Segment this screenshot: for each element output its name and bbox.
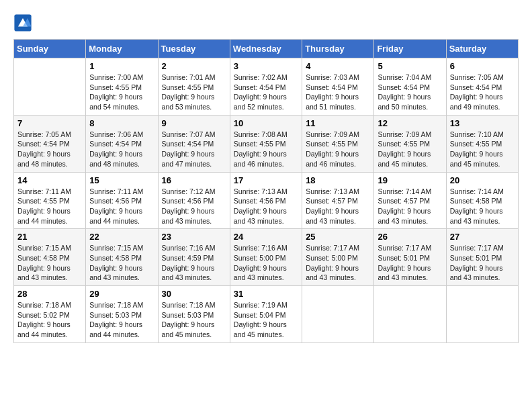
- day-info: Sunrise: 7:16 AM Sunset: 5:00 PM Dayligh…: [234, 243, 298, 283]
- day-info: Sunrise: 7:17 AM Sunset: 5:01 PM Dayligh…: [378, 243, 442, 283]
- calendar-cell: 12Sunrise: 7:09 AM Sunset: 4:55 PM Dayli…: [374, 115, 446, 172]
- days-header-row: SundayMondayTuesdayWednesdayThursdayFrid…: [14, 40, 519, 58]
- day-number: 13: [450, 118, 515, 128]
- day-info: Sunrise: 7:01 AM Sunset: 4:55 PM Dayligh…: [162, 73, 226, 112]
- day-info: Sunrise: 7:18 AM Sunset: 5:03 PM Dayligh…: [89, 300, 154, 340]
- calendar-cell: 23Sunrise: 7:16 AM Sunset: 4:59 PM Dayli…: [158, 229, 230, 286]
- day-info: Sunrise: 7:14 AM Sunset: 4:57 PM Dayligh…: [378, 187, 442, 226]
- calendar-cell: 10Sunrise: 7:08 AM Sunset: 4:55 PM Dayli…: [230, 115, 302, 172]
- calendar-cell: 8Sunrise: 7:06 AM Sunset: 4:54 PM Daylig…: [86, 115, 158, 172]
- day-number: 11: [306, 118, 370, 128]
- calendar-cell: 15Sunrise: 7:11 AM Sunset: 4:56 PM Dayli…: [86, 172, 158, 229]
- calendar-cell: 26Sunrise: 7:17 AM Sunset: 5:01 PM Dayli…: [374, 229, 446, 286]
- day-header-monday: Monday: [86, 40, 158, 58]
- page-header: [13, 13, 519, 32]
- day-info: Sunrise: 7:15 AM Sunset: 4:58 PM Dayligh…: [89, 243, 154, 283]
- logo-icon: [13, 13, 32, 32]
- day-info: Sunrise: 7:11 AM Sunset: 4:56 PM Dayligh…: [89, 187, 154, 226]
- day-number: 20: [450, 175, 515, 185]
- day-header-saturday: Saturday: [446, 40, 518, 58]
- day-number: 10: [234, 118, 298, 128]
- calendar-cell: 22Sunrise: 7:15 AM Sunset: 4:58 PM Dayli…: [86, 229, 158, 286]
- day-info: Sunrise: 7:17 AM Sunset: 5:01 PM Dayligh…: [450, 243, 515, 283]
- day-number: 22: [89, 232, 154, 242]
- day-number: 25: [306, 232, 370, 242]
- week-row-5: 28Sunrise: 7:18 AM Sunset: 5:02 PM Dayli…: [14, 286, 519, 343]
- calendar-cell: 19Sunrise: 7:14 AM Sunset: 4:57 PM Dayli…: [374, 172, 446, 229]
- day-info: Sunrise: 7:13 AM Sunset: 4:57 PM Dayligh…: [306, 187, 370, 226]
- calendar-cell: [302, 286, 374, 343]
- day-number: 26: [378, 232, 442, 242]
- day-info: Sunrise: 7:17 AM Sunset: 5:00 PM Dayligh…: [306, 243, 370, 283]
- day-number: 2: [162, 61, 226, 71]
- day-info: Sunrise: 7:13 AM Sunset: 4:56 PM Dayligh…: [234, 187, 298, 226]
- day-header-friday: Friday: [374, 40, 446, 58]
- day-info: Sunrise: 7:02 AM Sunset: 4:54 PM Dayligh…: [234, 73, 298, 112]
- calendar-cell: 29Sunrise: 7:18 AM Sunset: 5:03 PM Dayli…: [86, 286, 158, 343]
- day-info: Sunrise: 7:09 AM Sunset: 4:55 PM Dayligh…: [378, 130, 442, 169]
- day-header-sunday: Sunday: [14, 40, 86, 58]
- day-number: 17: [234, 175, 298, 185]
- day-info: Sunrise: 7:18 AM Sunset: 5:02 PM Dayligh…: [17, 300, 82, 340]
- day-info: Sunrise: 7:16 AM Sunset: 4:59 PM Dayligh…: [162, 243, 226, 283]
- calendar-cell: 30Sunrise: 7:18 AM Sunset: 5:03 PM Dayli…: [158, 286, 230, 343]
- day-info: Sunrise: 7:00 AM Sunset: 4:55 PM Dayligh…: [89, 73, 154, 112]
- day-header-tuesday: Tuesday: [158, 40, 230, 58]
- calendar-cell: 6Sunrise: 7:05 AM Sunset: 4:54 PM Daylig…: [446, 58, 518, 116]
- day-number: 16: [162, 175, 226, 185]
- calendar-cell: 14Sunrise: 7:11 AM Sunset: 4:55 PM Dayli…: [14, 172, 86, 229]
- day-number: 23: [162, 232, 226, 242]
- day-number: 24: [234, 232, 298, 242]
- day-number: 21: [17, 232, 82, 242]
- calendar-cell: 20Sunrise: 7:14 AM Sunset: 4:58 PM Dayli…: [446, 172, 518, 229]
- day-header-wednesday: Wednesday: [230, 40, 302, 58]
- day-number: 8: [89, 118, 154, 128]
- day-info: Sunrise: 7:06 AM Sunset: 4:54 PM Dayligh…: [89, 130, 154, 169]
- calendar-cell: 7Sunrise: 7:05 AM Sunset: 4:54 PM Daylig…: [14, 115, 86, 172]
- calendar-body: 1Sunrise: 7:00 AM Sunset: 4:55 PM Daylig…: [14, 58, 519, 343]
- week-row-2: 7Sunrise: 7:05 AM Sunset: 4:54 PM Daylig…: [14, 115, 519, 172]
- day-number: 9: [162, 118, 226, 128]
- week-row-1: 1Sunrise: 7:00 AM Sunset: 4:55 PM Daylig…: [14, 58, 519, 116]
- day-number: 30: [162, 289, 226, 299]
- day-info: Sunrise: 7:04 AM Sunset: 4:54 PM Dayligh…: [378, 73, 442, 112]
- day-number: 19: [378, 175, 442, 185]
- calendar-cell: [374, 286, 446, 343]
- calendar-cell: 27Sunrise: 7:17 AM Sunset: 5:01 PM Dayli…: [446, 229, 518, 286]
- calendar-cell: [446, 286, 518, 343]
- week-row-3: 14Sunrise: 7:11 AM Sunset: 4:55 PM Dayli…: [14, 172, 519, 229]
- day-number: 4: [306, 61, 370, 71]
- day-number: 1: [89, 61, 154, 71]
- day-info: Sunrise: 7:07 AM Sunset: 4:54 PM Dayligh…: [162, 130, 226, 169]
- day-number: 29: [89, 289, 154, 299]
- day-info: Sunrise: 7:10 AM Sunset: 4:55 PM Dayligh…: [450, 130, 515, 169]
- calendar-cell: 13Sunrise: 7:10 AM Sunset: 4:55 PM Dayli…: [446, 115, 518, 172]
- day-info: Sunrise: 7:18 AM Sunset: 5:03 PM Dayligh…: [162, 300, 226, 340]
- day-number: 12: [378, 118, 442, 128]
- day-info: Sunrise: 7:03 AM Sunset: 4:54 PM Dayligh…: [306, 73, 370, 112]
- week-row-4: 21Sunrise: 7:15 AM Sunset: 4:58 PM Dayli…: [14, 229, 519, 286]
- calendar-cell: 9Sunrise: 7:07 AM Sunset: 4:54 PM Daylig…: [158, 115, 230, 172]
- day-header-thursday: Thursday: [302, 40, 374, 58]
- day-number: 3: [234, 61, 298, 71]
- calendar-cell: 21Sunrise: 7:15 AM Sunset: 4:58 PM Dayli…: [14, 229, 86, 286]
- calendar-cell: 3Sunrise: 7:02 AM Sunset: 4:54 PM Daylig…: [230, 58, 302, 116]
- day-number: 14: [17, 175, 82, 185]
- day-number: 18: [306, 175, 370, 185]
- calendar-cell: [14, 58, 86, 116]
- calendar-cell: 28Sunrise: 7:18 AM Sunset: 5:02 PM Dayli…: [14, 286, 86, 343]
- day-info: Sunrise: 7:05 AM Sunset: 4:54 PM Dayligh…: [450, 73, 515, 112]
- day-number: 5: [378, 61, 442, 71]
- calendar-cell: 18Sunrise: 7:13 AM Sunset: 4:57 PM Dayli…: [302, 172, 374, 229]
- calendar-cell: 31Sunrise: 7:19 AM Sunset: 5:04 PM Dayli…: [230, 286, 302, 343]
- day-info: Sunrise: 7:08 AM Sunset: 4:55 PM Dayligh…: [234, 130, 298, 169]
- calendar-cell: 11Sunrise: 7:09 AM Sunset: 4:55 PM Dayli…: [302, 115, 374, 172]
- calendar-cell: 17Sunrise: 7:13 AM Sunset: 4:56 PM Dayli…: [230, 172, 302, 229]
- day-info: Sunrise: 7:05 AM Sunset: 4:54 PM Dayligh…: [17, 130, 82, 169]
- day-info: Sunrise: 7:11 AM Sunset: 4:55 PM Dayligh…: [17, 187, 82, 226]
- calendar-cell: 5Sunrise: 7:04 AM Sunset: 4:54 PM Daylig…: [374, 58, 446, 116]
- calendar-cell: 1Sunrise: 7:00 AM Sunset: 4:55 PM Daylig…: [86, 58, 158, 116]
- day-info: Sunrise: 7:12 AM Sunset: 4:56 PM Dayligh…: [162, 187, 226, 226]
- calendar-cell: 16Sunrise: 7:12 AM Sunset: 4:56 PM Dayli…: [158, 172, 230, 229]
- day-info: Sunrise: 7:19 AM Sunset: 5:04 PM Dayligh…: [234, 300, 298, 340]
